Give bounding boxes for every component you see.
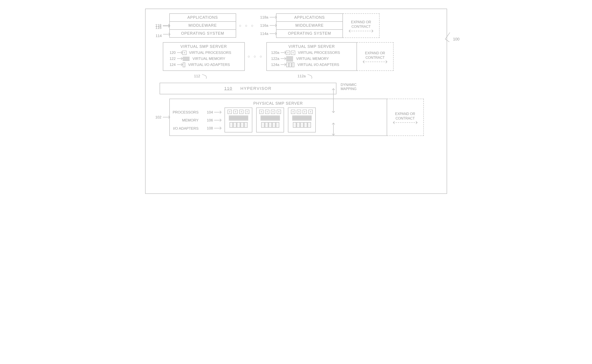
processors-icon	[227, 110, 250, 114]
vio-label: VIRTUAL I/O ADAPTERS	[188, 63, 230, 67]
proc-label: PROCESSORS	[173, 108, 199, 116]
system-container: 100 118 APPLICATIONS MIDDLEWARE OPERATIN…	[145, 9, 447, 194]
vsmp-title: VIRTUAL SMP SERVER	[166, 44, 242, 49]
physical-unit-1	[224, 107, 252, 132]
ref-112a: 112a	[298, 74, 314, 78]
ref-124a: 124a	[269, 63, 281, 67]
double-arrow-icon	[363, 62, 387, 62]
physical-title: PHYSICAL SMP SERVER	[173, 101, 384, 106]
leader-line	[214, 120, 221, 123]
memory-icon	[292, 116, 312, 120]
leader-line	[281, 58, 285, 61]
processor-icon	[291, 51, 295, 55]
physical-unit-2	[256, 107, 284, 132]
vsmp-box-2: VIRTUAL SMP SERVER 120a VIRTUAL PROCESSO…	[266, 42, 357, 71]
ref-122a: 122a	[269, 57, 281, 61]
ellipsis-icon: ○ ○ ○	[245, 54, 267, 59]
mem-label: MEMORY	[173, 116, 199, 124]
vmem-label: VIRTUAL MEMORY	[193, 57, 225, 61]
io-label: I/O ADAPTERS	[173, 124, 199, 132]
ref-120a: 120a	[269, 51, 281, 55]
memory-icon	[183, 57, 189, 61]
vio-label: VIRTUAL I/O ADAPTERS	[297, 63, 339, 67]
leader-line	[281, 65, 285, 67]
os-cell: OPERATING SYSTEM	[276, 30, 343, 37]
ref-106: 106	[202, 118, 214, 123]
software-stack-1: APPLICATIONS MIDDLEWARE OPERATING SYSTEM	[169, 13, 236, 38]
leader-line	[177, 52, 182, 55]
io-adapter-icon	[183, 62, 185, 67]
leader-line	[281, 52, 285, 55]
processor-icon	[286, 51, 290, 55]
ref-116a: 116a	[258, 24, 269, 28]
expand-contract-box: EXPAND OR CONTRACT	[357, 42, 394, 71]
leader-line	[269, 17, 276, 20]
ref-100: 100	[453, 37, 459, 42]
ellipsis-icon: ○ ○ ○	[236, 24, 258, 28]
memory-icon	[261, 116, 280, 120]
processors-icon	[259, 110, 282, 114]
ref-104: 104	[202, 110, 214, 115]
processor-icon	[182, 51, 187, 55]
io-adapter-icon	[286, 62, 294, 67]
ref-120: 120	[166, 51, 177, 55]
ref-118a: 118a	[258, 15, 269, 20]
io-adapters-icon	[293, 122, 311, 128]
physical-unit-3	[288, 107, 316, 132]
apps-cell: APPLICATIONS	[276, 14, 343, 22]
leader-line	[163, 117, 169, 120]
software-stack-2: APPLICATIONS MIDDLEWARE OPERATING SYSTEM	[276, 13, 343, 38]
ref-122: 122	[166, 57, 177, 61]
vproc-label: VIRTUAL PROCESSORS	[298, 51, 340, 55]
io-adapters-icon	[229, 122, 248, 128]
hypervisor-row: 110 HYPERVISOR DYNAMIC MAPPING	[151, 83, 441, 94]
ref-112: 112	[194, 74, 208, 78]
dynamic-mapping-label: DYNAMIC MAPPING	[341, 83, 357, 91]
vsmp-row: VIRTUAL SMP SERVER 120 VIRTUAL PROCESSOR…	[151, 42, 441, 71]
leader-line	[177, 65, 182, 67]
vsmp-title: VIRTUAL SMP SERVER	[269, 44, 354, 49]
vsmp-box-1: VIRTUAL SMP SERVER 120 VIRTUAL PROCESSOR…	[163, 42, 245, 71]
leader-line	[269, 33, 276, 36]
physical-row: 102 PHYSICAL SMP SERVER PROCESSORS MEMOR…	[151, 99, 441, 136]
apps-cell: APPLICATIONS	[170, 14, 236, 22]
physical-labels: PROCESSORS MEMORY I/O ADAPTERS	[173, 107, 199, 132]
expand-contract-box: EXPAND OR CONTRACT	[387, 99, 424, 136]
memory-icon	[286, 56, 293, 61]
vproc-label: VIRTUAL PROCESSORS	[189, 51, 231, 55]
io-adapters-icon	[261, 122, 279, 128]
leader-line	[177, 58, 182, 61]
ref-116: 116	[155, 24, 169, 30]
processors-icon	[290, 110, 313, 114]
mw-cell: MIDDLEWARE	[170, 22, 236, 30]
ref-114: 114	[156, 32, 169, 38]
expand-label: EXPAND OR CONTRACT	[351, 20, 371, 29]
leader-line	[269, 25, 276, 28]
physical-smp-box: PHYSICAL SMP SERVER PROCESSORS MEMORY I/…	[169, 99, 387, 136]
hypervisor-box: 110 HYPERVISOR	[160, 83, 336, 94]
physical-refs: 104 106 108	[202, 107, 221, 132]
vmem-label: VIRTUAL MEMORY	[296, 57, 329, 61]
expand-contract-box: EXPAND OR CONTRACT	[343, 13, 380, 38]
hypervisor-label: HYPERVISOR	[241, 86, 271, 91]
os-cell: OPERATING SYSTEM	[170, 30, 236, 37]
ref-114a: 114a	[258, 32, 269, 36]
memory-icon	[229, 116, 248, 120]
leader-line	[214, 112, 221, 115]
ref-110: 110	[224, 86, 233, 91]
software-stacks-row: 118 APPLICATIONS MIDDLEWARE OPERATING SY…	[151, 13, 441, 38]
ref-108: 108	[202, 126, 214, 130]
double-arrow-icon	[393, 122, 417, 123]
ref-102: 102	[151, 115, 163, 120]
ref-124: 124	[166, 63, 177, 67]
mw-cell: MIDDLEWARE	[276, 22, 343, 30]
expand-label: EXPAND OR CONTRACT	[365, 51, 385, 60]
double-arrow-icon	[349, 31, 373, 31]
leader-line	[214, 128, 221, 131]
expand-label: EXPAND OR CONTRACT	[395, 112, 415, 121]
